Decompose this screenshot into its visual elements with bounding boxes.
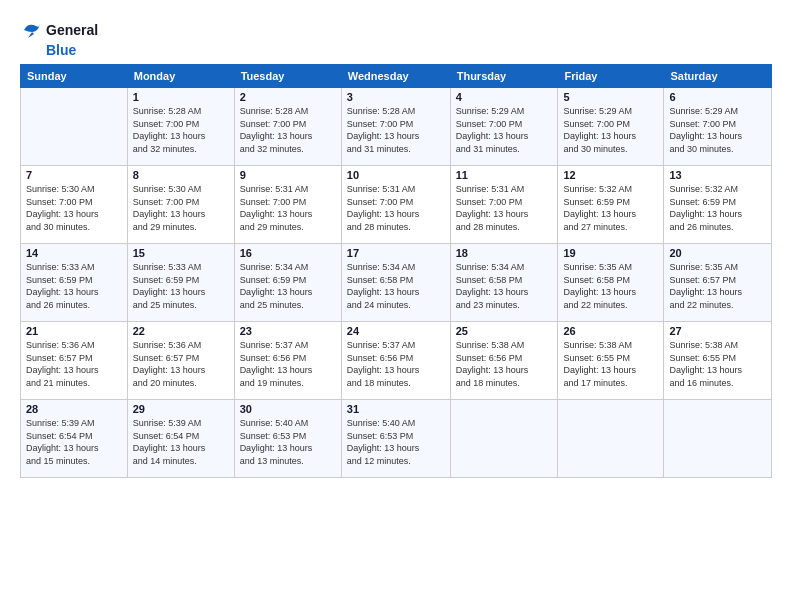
day-info: Sunrise: 5:29 AM Sunset: 7:00 PM Dayligh… (563, 105, 658, 155)
day-info: Sunrise: 5:40 AM Sunset: 6:53 PM Dayligh… (347, 417, 445, 467)
day-info: Sunrise: 5:38 AM Sunset: 6:56 PM Dayligh… (456, 339, 553, 389)
day-info: Sunrise: 5:32 AM Sunset: 6:59 PM Dayligh… (669, 183, 766, 233)
calendar-cell: 9Sunrise: 5:31 AM Sunset: 7:00 PM Daylig… (234, 166, 341, 244)
calendar-cell: 2Sunrise: 5:28 AM Sunset: 7:00 PM Daylig… (234, 88, 341, 166)
day-number: 1 (133, 91, 229, 103)
calendar-cell: 22Sunrise: 5:36 AM Sunset: 6:57 PM Dayli… (127, 322, 234, 400)
calendar-cell: 19Sunrise: 5:35 AM Sunset: 6:58 PM Dayli… (558, 244, 664, 322)
day-number: 17 (347, 247, 445, 259)
day-number: 7 (26, 169, 122, 181)
logo-bird-icon (20, 18, 44, 42)
day-info: Sunrise: 5:33 AM Sunset: 6:59 PM Dayligh… (26, 261, 122, 311)
day-number: 13 (669, 169, 766, 181)
day-info: Sunrise: 5:40 AM Sunset: 6:53 PM Dayligh… (240, 417, 336, 467)
day-info: Sunrise: 5:35 AM Sunset: 6:57 PM Dayligh… (669, 261, 766, 311)
logo-text-general: General (46, 22, 98, 38)
day-number: 10 (347, 169, 445, 181)
day-info: Sunrise: 5:31 AM Sunset: 7:00 PM Dayligh… (347, 183, 445, 233)
day-info: Sunrise: 5:34 AM Sunset: 6:59 PM Dayligh… (240, 261, 336, 311)
header: General Blue (20, 18, 772, 58)
calendar-cell: 7Sunrise: 5:30 AM Sunset: 7:00 PM Daylig… (21, 166, 128, 244)
calendar-cell: 29Sunrise: 5:39 AM Sunset: 6:54 PM Dayli… (127, 400, 234, 478)
col-header-thursday: Thursday (450, 65, 558, 88)
calendar-cell (558, 400, 664, 478)
calendar-cell: 10Sunrise: 5:31 AM Sunset: 7:00 PM Dayli… (341, 166, 450, 244)
day-info: Sunrise: 5:32 AM Sunset: 6:59 PM Dayligh… (563, 183, 658, 233)
day-info: Sunrise: 5:28 AM Sunset: 7:00 PM Dayligh… (347, 105, 445, 155)
col-header-sunday: Sunday (21, 65, 128, 88)
day-number: 14 (26, 247, 122, 259)
day-number: 31 (347, 403, 445, 415)
day-info: Sunrise: 5:29 AM Sunset: 7:00 PM Dayligh… (456, 105, 553, 155)
day-number: 8 (133, 169, 229, 181)
calendar-cell: 28Sunrise: 5:39 AM Sunset: 6:54 PM Dayli… (21, 400, 128, 478)
day-info: Sunrise: 5:35 AM Sunset: 6:58 PM Dayligh… (563, 261, 658, 311)
calendar-cell: 8Sunrise: 5:30 AM Sunset: 7:00 PM Daylig… (127, 166, 234, 244)
header-row: SundayMondayTuesdayWednesdayThursdayFrid… (21, 65, 772, 88)
week-row-2: 14Sunrise: 5:33 AM Sunset: 6:59 PM Dayli… (21, 244, 772, 322)
day-info: Sunrise: 5:34 AM Sunset: 6:58 PM Dayligh… (456, 261, 553, 311)
day-number: 19 (563, 247, 658, 259)
logo-text-blue: Blue (46, 42, 76, 58)
day-number: 16 (240, 247, 336, 259)
day-number: 22 (133, 325, 229, 337)
day-number: 18 (456, 247, 553, 259)
calendar-cell (21, 88, 128, 166)
calendar-cell (450, 400, 558, 478)
day-number: 2 (240, 91, 336, 103)
day-info: Sunrise: 5:28 AM Sunset: 7:00 PM Dayligh… (133, 105, 229, 155)
day-number: 3 (347, 91, 445, 103)
day-number: 12 (563, 169, 658, 181)
day-number: 25 (456, 325, 553, 337)
calendar-cell: 26Sunrise: 5:38 AM Sunset: 6:55 PM Dayli… (558, 322, 664, 400)
calendar-cell: 25Sunrise: 5:38 AM Sunset: 6:56 PM Dayli… (450, 322, 558, 400)
day-info: Sunrise: 5:30 AM Sunset: 7:00 PM Dayligh… (133, 183, 229, 233)
day-number: 26 (563, 325, 658, 337)
logo: General Blue (20, 18, 98, 58)
day-info: Sunrise: 5:28 AM Sunset: 7:00 PM Dayligh… (240, 105, 336, 155)
day-info: Sunrise: 5:39 AM Sunset: 6:54 PM Dayligh… (26, 417, 122, 467)
calendar-cell: 5Sunrise: 5:29 AM Sunset: 7:00 PM Daylig… (558, 88, 664, 166)
calendar-cell: 21Sunrise: 5:36 AM Sunset: 6:57 PM Dayli… (21, 322, 128, 400)
day-info: Sunrise: 5:38 AM Sunset: 6:55 PM Dayligh… (563, 339, 658, 389)
col-header-wednesday: Wednesday (341, 65, 450, 88)
calendar-cell: 18Sunrise: 5:34 AM Sunset: 6:58 PM Dayli… (450, 244, 558, 322)
calendar-cell: 23Sunrise: 5:37 AM Sunset: 6:56 PM Dayli… (234, 322, 341, 400)
calendar-cell: 16Sunrise: 5:34 AM Sunset: 6:59 PM Dayli… (234, 244, 341, 322)
week-row-0: 1Sunrise: 5:28 AM Sunset: 7:00 PM Daylig… (21, 88, 772, 166)
day-info: Sunrise: 5:31 AM Sunset: 7:00 PM Dayligh… (240, 183, 336, 233)
calendar-cell: 3Sunrise: 5:28 AM Sunset: 7:00 PM Daylig… (341, 88, 450, 166)
calendar-cell: 17Sunrise: 5:34 AM Sunset: 6:58 PM Dayli… (341, 244, 450, 322)
day-number: 9 (240, 169, 336, 181)
page: General Blue SundayMondayTuesdayWednesda… (0, 0, 792, 612)
calendar-cell: 4Sunrise: 5:29 AM Sunset: 7:00 PM Daylig… (450, 88, 558, 166)
week-row-1: 7Sunrise: 5:30 AM Sunset: 7:00 PM Daylig… (21, 166, 772, 244)
calendar-cell: 13Sunrise: 5:32 AM Sunset: 6:59 PM Dayli… (664, 166, 772, 244)
week-row-3: 21Sunrise: 5:36 AM Sunset: 6:57 PM Dayli… (21, 322, 772, 400)
day-info: Sunrise: 5:36 AM Sunset: 6:57 PM Dayligh… (26, 339, 122, 389)
day-number: 15 (133, 247, 229, 259)
calendar-cell: 6Sunrise: 5:29 AM Sunset: 7:00 PM Daylig… (664, 88, 772, 166)
calendar-cell: 11Sunrise: 5:31 AM Sunset: 7:00 PM Dayli… (450, 166, 558, 244)
day-info: Sunrise: 5:37 AM Sunset: 6:56 PM Dayligh… (347, 339, 445, 389)
day-info: Sunrise: 5:29 AM Sunset: 7:00 PM Dayligh… (669, 105, 766, 155)
day-info: Sunrise: 5:31 AM Sunset: 7:00 PM Dayligh… (456, 183, 553, 233)
day-number: 27 (669, 325, 766, 337)
calendar-cell: 12Sunrise: 5:32 AM Sunset: 6:59 PM Dayli… (558, 166, 664, 244)
col-header-monday: Monday (127, 65, 234, 88)
day-number: 11 (456, 169, 553, 181)
day-number: 23 (240, 325, 336, 337)
day-number: 5 (563, 91, 658, 103)
day-info: Sunrise: 5:38 AM Sunset: 6:55 PM Dayligh… (669, 339, 766, 389)
day-number: 21 (26, 325, 122, 337)
col-header-friday: Friday (558, 65, 664, 88)
day-number: 29 (133, 403, 229, 415)
calendar-cell: 31Sunrise: 5:40 AM Sunset: 6:53 PM Dayli… (341, 400, 450, 478)
day-info: Sunrise: 5:37 AM Sunset: 6:56 PM Dayligh… (240, 339, 336, 389)
calendar-cell: 30Sunrise: 5:40 AM Sunset: 6:53 PM Dayli… (234, 400, 341, 478)
calendar-cell: 15Sunrise: 5:33 AM Sunset: 6:59 PM Dayli… (127, 244, 234, 322)
day-number: 20 (669, 247, 766, 259)
day-number: 24 (347, 325, 445, 337)
day-info: Sunrise: 5:33 AM Sunset: 6:59 PM Dayligh… (133, 261, 229, 311)
day-number: 4 (456, 91, 553, 103)
